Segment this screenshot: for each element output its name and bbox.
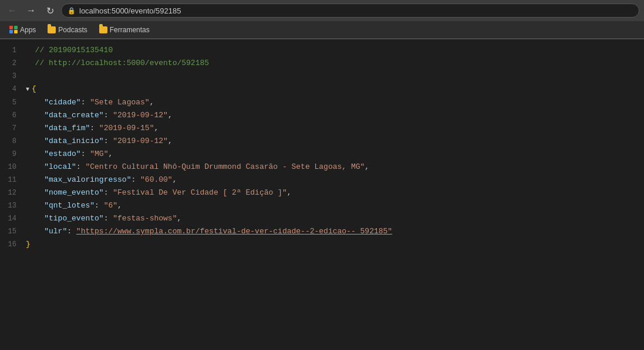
folder-ferramentas-icon bbox=[99, 26, 107, 33]
line-content-3 bbox=[26, 70, 642, 83]
line-number-13: 13 bbox=[2, 199, 26, 212]
line-number-9: 9 bbox=[2, 148, 26, 161]
collapse-triangle[interactable]: ▼ bbox=[26, 86, 29, 93]
browser-chrome: ← → ↻ 🔒 localhost:5000/evento/592185 App… bbox=[0, 0, 644, 39]
line-content-11: "max_valoringresso": "60.00", bbox=[26, 174, 642, 186]
line-15: 15 "ulr": "https://www.sympla.com.br/fes… bbox=[0, 225, 644, 238]
line-number-5: 5 bbox=[2, 96, 26, 109]
line-content-10: "local": "Centro Cultural Nhô-Quim Drumm… bbox=[26, 161, 642, 174]
line-14: 14 "tipo_evento": "festas-shows", bbox=[0, 212, 644, 225]
line-content-13: "qnt_lotes": "6", bbox=[26, 199, 642, 212]
nav-bar: ← → ↻ 🔒 localhost:5000/evento/592185 bbox=[0, 0, 644, 21]
bookmark-ferramentas[interactable]: Ferramentas bbox=[95, 25, 154, 35]
bookmark-podcasts[interactable]: Podcasts bbox=[43, 25, 92, 35]
line-13: 13 "qnt_lotes": "6", bbox=[0, 199, 644, 212]
line-content-8: "data_inicio": "2019-09-12", bbox=[26, 135, 642, 148]
line-content-6: "data_create": "2019-09-12", bbox=[26, 109, 642, 122]
line-6: 6 "data_create": "2019-09-12", bbox=[0, 109, 644, 122]
line-2: 2 // http://localhost:5000/evento/592185 bbox=[0, 57, 644, 70]
line-number-12: 12 bbox=[2, 186, 26, 199]
line-number-11: 11 bbox=[2, 174, 26, 186]
json-content: 1 // 20190915135410 2 // http://localhos… bbox=[0, 39, 644, 256]
bookmarks-bar: Apps Podcasts Ferramentas bbox=[0, 21, 644, 39]
url-text: localhost:5000/evento/592185 bbox=[79, 6, 181, 15]
forward-button[interactable]: → bbox=[23, 3, 39, 18]
line-number-16: 16 bbox=[2, 238, 26, 251]
line-8: 8 "data_inicio": "2019-09-12", bbox=[0, 135, 644, 148]
line-number-6: 6 bbox=[2, 109, 26, 122]
line-number-15: 15 bbox=[2, 225, 26, 238]
sympla-url-link[interactable]: "https://www.sympla.com.br/festival-de-v… bbox=[76, 227, 392, 236]
line-3: 3 bbox=[0, 70, 644, 83]
line-content-2: // http://localhost:5000/evento/592185 bbox=[26, 57, 642, 70]
line-9: 9 "estado": "MG", bbox=[0, 148, 644, 161]
bookmark-apps[interactable]: Apps bbox=[5, 25, 41, 35]
line-number-2: 2 bbox=[2, 57, 26, 70]
line-1: 1 // 20190915135410 bbox=[0, 44, 644, 57]
reload-button[interactable]: ↻ bbox=[42, 3, 58, 18]
line-7: 7 "data_fim": "2019-09-15", bbox=[0, 122, 644, 135]
line-content-1: // 20190915135410 bbox=[26, 44, 642, 57]
address-bar[interactable]: 🔒 localhost:5000/evento/592185 bbox=[61, 4, 639, 18]
back-button[interactable]: ← bbox=[5, 3, 20, 18]
line-content-4: ▼{ bbox=[26, 83, 642, 96]
line-content-12: "nome_evento": "Festival De Ver Cidade [… bbox=[26, 186, 642, 199]
bookmark-apps-label: Apps bbox=[20, 26, 36, 34]
line-content-5: "cidade": "Sete Lagoas", bbox=[26, 96, 642, 109]
line-number-4: 4 bbox=[2, 83, 26, 96]
lock-icon: 🔒 bbox=[68, 7, 76, 15]
line-10: 10 "local": "Centro Cultural Nhô-Quim Dr… bbox=[0, 161, 644, 174]
line-number-8: 8 bbox=[2, 135, 26, 148]
line-content-9: "estado": "MG", bbox=[26, 148, 642, 161]
line-16: 16 } bbox=[0, 238, 644, 251]
line-number-14: 14 bbox=[2, 212, 26, 225]
line-number-10: 10 bbox=[2, 161, 26, 174]
line-number-1: 1 bbox=[2, 44, 26, 57]
apps-grid-icon bbox=[9, 26, 18, 34]
line-content-16: } bbox=[26, 238, 642, 251]
line-5: 5 "cidade": "Sete Lagoas", bbox=[0, 96, 644, 109]
bookmark-ferramentas-label: Ferramentas bbox=[110, 26, 150, 34]
line-content-15: "ulr": "https://www.sympla.com.br/festiv… bbox=[26, 225, 642, 238]
line-4: 4 ▼{ bbox=[0, 83, 644, 96]
line-number-3: 3 bbox=[2, 70, 26, 83]
line-content-7: "data_fim": "2019-09-15", bbox=[26, 122, 642, 135]
line-content-14: "tipo_evento": "festas-shows", bbox=[26, 212, 642, 225]
bookmark-podcasts-label: Podcasts bbox=[58, 26, 87, 34]
folder-podcasts-icon bbox=[48, 26, 56, 33]
line-12: 12 "nome_evento": "Festival De Ver Cidad… bbox=[0, 186, 644, 199]
line-11: 11 "max_valoringresso": "60.00", bbox=[0, 174, 644, 186]
line-number-7: 7 bbox=[2, 122, 26, 135]
